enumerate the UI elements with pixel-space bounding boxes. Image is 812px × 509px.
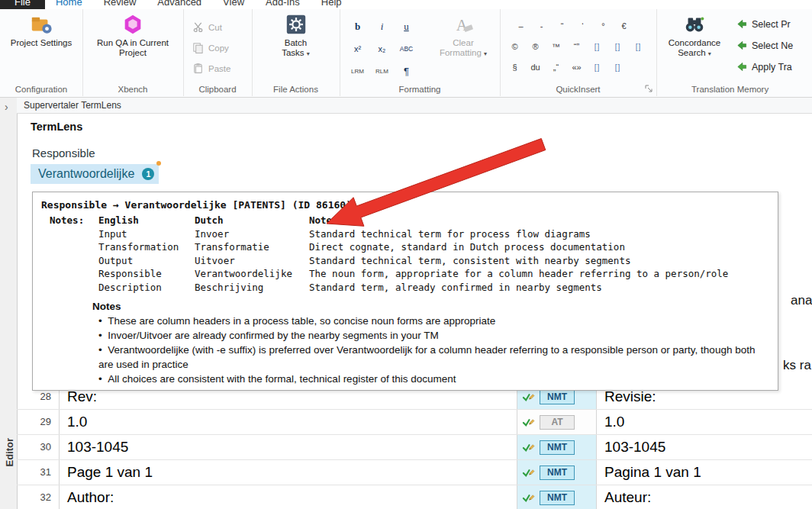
table-cell: Standard technical term, consistent with… [309,254,778,268]
table-cell: Uitvoer [195,254,309,268]
draft-pencil-check-icon [522,416,535,429]
source-cell[interactable]: 1.0 [60,410,517,434]
run-qa-label: Run QA in Current Project [93,38,172,58]
draft-pencil-check-icon [522,391,535,404]
termlens-pane-title: Supervertaler TermLens [24,100,121,111]
paste-button[interactable]: Paste [192,63,230,74]
source-cell[interactable]: Author: [60,485,517,509]
dropdown-arrow-icon: ▾ [708,50,711,57]
translation-grid: 28 Rev: NMT Revisie: 29 1.0 [17,385,812,509]
italic-button[interactable]: i [370,16,394,37]
target-cell[interactable]: 1.0 [597,410,812,434]
subscript-button[interactable]: x₂ [370,38,394,60]
cut-button[interactable]: Cut [192,21,222,33]
segment-status-cell: NMT [517,485,597,509]
cut-label: Cut [208,23,222,32]
ribbon-tab-strip: File Home Review Advanced View Add-Ins H… [0,0,812,9]
group-label-file-actions: File Actions [252,85,340,94]
tab-review[interactable]: Review [93,0,147,9]
quickinsert-char-button[interactable]: © [504,37,525,56]
project-settings-button[interactable]: Project Settings [7,13,76,48]
tab-advanced[interactable]: Advanced [147,0,212,9]
quickinsert-tag-button[interactable]: [] [628,37,649,56]
segment-number: 30 [17,435,60,459]
paste-label: Paste [208,64,230,73]
quickinsert-tag-button[interactable]: [] [607,37,628,56]
termlens-pane-header[interactable]: Supervertaler TermLens [17,98,812,114]
quickinsert-char-button[interactable]: du [525,57,546,77]
quickinsert-tag-button[interactable]: [] [587,37,607,56]
quickinsert-char-button[interactable]: ™ [546,37,566,56]
smallcaps-button[interactable]: ABC [395,38,418,60]
table-row[interactable]: 30 103-1045 NMT 103-1045 [17,435,812,460]
quickinsert-char-button[interactable]: € [614,16,634,36]
table-cell: Invoer [195,227,309,241]
lrm-button[interactable]: LRM [346,60,369,82]
table-cell: Standard technical term for process flow… [309,227,778,241]
select-previous-button[interactable]: Select Pr [736,18,791,30]
pilcrow-button[interactable]: ¶ [395,60,418,82]
group-label-quickinsert: QuickInsert [500,85,656,94]
quickinsert-char-button[interactable]: § [504,57,525,77]
ribbon-group-xbench: Run QA in Current Project Xbench [82,9,184,96]
ribbon-group-translation-memory: Concordance Search ▾ Select Pr Select Ne… [656,9,812,96]
table-cell: Output [98,254,195,268]
superscript-button[interactable]: x² [346,38,369,60]
table-row[interactable]: 32 Author: NMT Auteur: [17,485,812,509]
segment-status-cell: NMT [517,460,597,485]
concordance-search-button[interactable]: Concordance Search ▾ [663,13,726,59]
rlm-button[interactable]: RLM [370,60,394,82]
quickinsert-char-button[interactable]: “ [552,16,572,36]
tab-addins[interactable]: Add-Ins [255,0,311,9]
ribbon-group-configuration: Project Settings Configuration [0,9,83,96]
target-cell[interactable]: Pagina 1 van 1 [597,460,812,485]
group-label-formatting: Formatting [340,85,500,94]
quickinsert-char-button[interactable]: - [531,16,552,36]
select-next-button[interactable]: Select Ne [736,40,793,51]
batch-tasks-button[interactable]: Batch Tasks ▾ [275,13,317,59]
quickinsert-char-button[interactable]: ® [525,37,546,56]
table-cell: Description [98,281,195,295]
ribbon: Project Settings Configuration Run QA in… [0,9,812,98]
quickinsert-char-button[interactable]: ° [593,16,614,36]
tab-help[interactable]: Help [311,0,353,9]
tooltip-title: Responsible → Verantwoordelijke [PATENTS… [33,192,778,214]
source-cell[interactable]: 103-1045 [60,435,517,459]
target-cell[interactable]: Auteur: [597,485,812,509]
tab-file[interactable]: File [0,0,45,9]
copy-button[interactable]: Copy [192,42,229,53]
notes-section-header: Notes [92,301,778,312]
origin-badge: NMT [540,466,575,480]
green-left-arrow-icon [736,40,747,51]
underline-button[interactable]: u [395,16,418,37]
quickinsert-char-button[interactable]: ‘ [572,16,593,36]
origin-badge: AT [540,415,575,430]
bold-button[interactable]: b [346,16,369,37]
concordance-search-label: Concordance Search ▾ [663,38,726,59]
segment-status-cell: AT [517,410,597,434]
target-cell[interactable]: 103-1045 [597,435,812,459]
table-row[interactable]: 29 1.0 AT 1.0 [17,410,812,435]
quickinsert-char-button[interactable]: „“ [546,57,566,77]
quickinsert-tag-button[interactable]: [] [587,57,607,77]
note-item: These are column headers in a process ta… [98,314,770,328]
clear-formatting-button[interactable]: A Clear Formatting ▾ [436,13,491,59]
quickinsert-char-button[interactable]: – [511,16,531,36]
tab-home[interactable]: Home [45,0,93,9]
editor-vertical-tab[interactable]: Editor [4,435,15,467]
quickinsert-tag-button[interactable]: [] [607,57,628,77]
tab-view[interactable]: View [212,0,255,9]
notes-bullet-list: These are column headers in a process ta… [98,314,770,386]
table-row[interactable]: 31 Page 1 van 1 NMT Pagina 1 van 1 [17,460,812,485]
green-left-arrow-icon [736,18,747,30]
source-cell[interactable]: Page 1 van 1 [60,460,517,485]
quickinsert-char-button[interactable]: “” [566,37,587,56]
run-qa-button[interactable]: Run QA in Current Project [93,13,172,58]
term-count-badge: 1 [142,168,154,180]
target-term-text: Verantwoordelijke [38,167,134,180]
target-term-chip[interactable]: Verantwoordelijke 1 [31,164,159,184]
expand-panel-chevron-icon[interactable]: › [5,101,8,113]
column-header: Dutch [195,214,309,227]
apply-translation-button[interactable]: Apply Tra [736,61,792,72]
quickinsert-char-button[interactable]: «» [566,57,587,77]
